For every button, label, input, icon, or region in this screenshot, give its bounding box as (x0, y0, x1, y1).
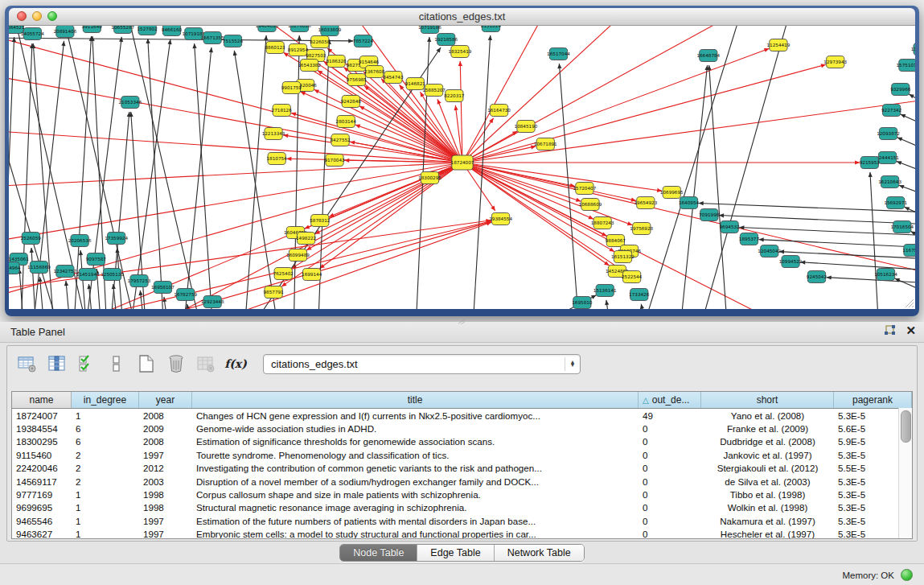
graph-node[interactable]: 19756928 (630, 223, 653, 235)
table-select-combobox[interactable]: citations_edges.txt ▲▼ (263, 354, 581, 374)
select-columns-icon[interactable] (76, 353, 97, 374)
graph-node[interactable]: 1810754 (267, 153, 288, 165)
graph-node[interactable]: 18807243 (591, 217, 614, 229)
graph-node[interactable]: 17016504 (890, 221, 914, 233)
graph-node[interactable]: 9227342 (881, 105, 902, 117)
table-settings-icon[interactable] (17, 353, 38, 374)
graph-node[interactable]: 5878312 (310, 215, 331, 227)
graph-node[interactable]: 9242848 (341, 96, 362, 108)
table-row[interactable]: 1872400712008Changes of HCN gene express… (12, 409, 912, 422)
graph-node[interactable]: 9170043 (324, 154, 345, 167)
graph-node[interactable]: 16782759 (174, 289, 197, 301)
graph-node[interactable]: 12342757 (53, 266, 76, 278)
graph-node[interactable]: 18724007 (451, 155, 474, 170)
graph-node[interactable]: 15885207 (422, 84, 446, 97)
graph-node[interactable]: 12213343 (262, 128, 285, 140)
graph-node[interactable]: 2367608 (364, 66, 385, 78)
zoom-window-button[interactable] (47, 11, 57, 21)
table-row[interactable]: 911546021997Tourette syndrome. Phenomeno… (12, 448, 912, 461)
graph-node[interactable]: 1640954 (679, 197, 700, 209)
column-header-title[interactable]: title (192, 392, 639, 408)
graph-node[interactable]: 8131014 (481, 26, 502, 32)
graph-node[interactable]: 17957253 (128, 275, 151, 287)
graph-node[interactable]: 7625402 (273, 268, 294, 280)
graph-node[interactable]: 15720407 (573, 183, 596, 195)
graph-node[interactable]: 8220317 (444, 90, 465, 102)
table-row[interactable]: 977716911998Corpus callosum shape and si… (12, 488, 912, 501)
graph-node[interactable]: 15692971 (884, 197, 907, 209)
graph-node[interactable]: 21053346 (118, 97, 142, 109)
column-header-in_degree[interactable]: in_degree (72, 392, 139, 408)
table-row[interactable]: 946554611997Estimation of the future num… (12, 514, 912, 527)
graph-node[interactable]: 15136141 (593, 285, 617, 297)
graph-node[interactable]: 12923448 (201, 296, 224, 308)
window-titlebar[interactable]: citations_edges.txt (9, 8, 915, 26)
graph-node[interactable]: 19654923 (634, 197, 657, 209)
resize-grip-icon[interactable] (903, 297, 914, 308)
graph-node[interactable]: 16164730 (487, 105, 511, 117)
table-row[interactable]: 969969511998Structural magnetic resonanc… (12, 501, 912, 514)
graph-node[interactable]: 11254419 (766, 39, 790, 51)
graph-node[interactable]: 1895377 (739, 233, 760, 245)
graph-node[interactable]: 1695810 (572, 297, 593, 309)
network-canvas[interactable]: 1864521240557242089140639116491065528715… (9, 26, 915, 309)
graph-node[interactable]: 7091998 (699, 209, 720, 221)
graph-node[interactable]: 10655287 (111, 26, 134, 34)
graph-node[interactable]: 20891406 (53, 26, 76, 38)
graph-node[interactable]: 11156869 (27, 262, 51, 274)
graph-node[interactable]: 8226058 (310, 36, 331, 48)
graph-node[interactable]: 15751074 (896, 60, 915, 72)
graph-node[interactable]: 7857224 (353, 35, 374, 47)
graph-node[interactable]: 16210643 (878, 176, 901, 188)
graph-node[interactable]: 16099489 (286, 249, 310, 262)
graph-node[interactable]: 9097587 (86, 253, 107, 266)
graph-node[interactable]: 8454743 (383, 72, 404, 84)
graph-node[interactable]: 9901759 (281, 82, 302, 94)
graph-node[interactable]: 16648784 (696, 50, 720, 62)
graph-node[interactable]: 1498222 (296, 233, 317, 245)
graph-node[interactable]: 1527802 (138, 26, 158, 35)
minimize-window-button[interactable] (32, 11, 42, 21)
graph-node[interactable]: 2526059 (21, 233, 42, 245)
column-header-year[interactable]: year (139, 392, 192, 408)
graph-node[interactable]: 12505135 (101, 269, 124, 281)
graph-node[interactable]: 9857791 (263, 286, 284, 299)
tab-network-table[interactable]: Network Table (495, 545, 584, 561)
graph-node[interactable]: 10845190 (515, 121, 538, 133)
show-column-icon[interactable] (47, 353, 68, 374)
graph-node[interactable]: 16517044 (547, 48, 570, 60)
graph-node[interactable]: 9756985 (347, 74, 368, 86)
graph-node[interactable]: 11451944 (76, 269, 100, 281)
vertical-scrollbar[interactable] (898, 408, 912, 538)
graph-node[interactable]: 12045042 (758, 245, 781, 257)
citation-network-graph[interactable]: 1864521240557242089140639116491065528715… (9, 26, 915, 309)
graph-node[interactable]: 9245042 (807, 271, 827, 283)
graph-node[interactable]: 9215953 (860, 157, 881, 169)
graph-node[interactable]: 12973943 (823, 56, 847, 68)
graph-node[interactable]: 16151322 (611, 251, 634, 263)
graph-node[interactable]: 18325419 (449, 46, 472, 58)
graph-node[interactable]: 1733426 (629, 289, 650, 301)
table-row[interactable]: 1456911722003Disruption of a novel membe… (12, 475, 912, 488)
graph-node[interactable]: 10688609 (579, 199, 602, 211)
column-header-name[interactable]: name (12, 392, 72, 408)
graph-node[interactable]: 2803144 (336, 116, 357, 128)
graph-node[interactable]: 20206536 (68, 235, 92, 247)
graph-node[interactable]: 19404023 (256, 26, 279, 32)
graph-node[interactable]: 2718126 (272, 105, 293, 117)
graph-node[interactable]: 16033809 (318, 26, 342, 36)
graph-node[interactable]: 16671355 (201, 32, 224, 44)
graph-node[interactable]: 7515526 (223, 35, 244, 47)
new-table-icon[interactable] (136, 353, 157, 374)
close-window-button[interactable] (17, 11, 27, 21)
graph-node[interactable]: 10699695 (660, 187, 684, 199)
graph-node[interactable]: 8860123 (265, 42, 286, 54)
graph-node[interactable]: 8427552 (331, 134, 351, 146)
graph-node[interactable]: 18300295 (418, 172, 441, 184)
graph-node[interactable]: 8466160 (162, 26, 183, 36)
column-header-out_degree[interactable]: △out_de... (639, 392, 701, 408)
function-builder-icon[interactable]: f(x) (225, 353, 246, 374)
panel-divider-grip[interactable] (457, 319, 465, 324)
graph-node[interactable]: 10994522 (779, 256, 803, 268)
network-window[interactable]: citations_edges.txt 18645212405572420891… (5, 6, 919, 316)
